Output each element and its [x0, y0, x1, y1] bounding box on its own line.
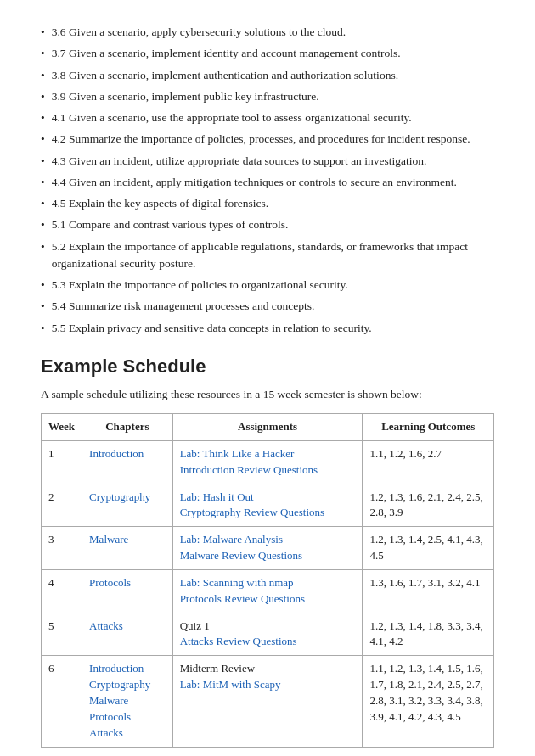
cell-assignments: Midterm ReviewLab: MitM with Scapy: [172, 656, 363, 747]
cell-chapters: Introduction: [82, 440, 173, 484]
col-header-week: Week: [42, 414, 82, 441]
cell-outcomes: 1.1, 1.2, 1.3, 1.4, 1.5, 1.6, 1.7, 1.8, …: [363, 656, 494, 747]
chapter-link[interactable]: Malware: [89, 533, 128, 546]
bullet-item: 4.3 Given an incident, utilize appropria…: [41, 153, 494, 170]
cell-assignments: Lab: Malware AnalysisMalware Review Ques…: [172, 527, 363, 570]
cell-outcomes: 1.2, 1.3, 1.4, 2.5, 4.1, 4.3, 4.5: [363, 527, 494, 570]
bullet-item: 4.5 Explain the key aspects of digital f…: [41, 195, 494, 212]
bullet-item: 3.8 Given a scenario, implement authenti…: [41, 67, 494, 84]
bullet-item: 3.7 Given a scenario, implement identity…: [41, 45, 494, 62]
bullet-item: 3.9 Given a scenario, implement public k…: [41, 88, 494, 105]
cell-chapters: IntroductionCryptographyMalwareProtocols…: [82, 656, 173, 747]
table-row: 2CryptographyLab: Hash it OutCryptograph…: [42, 484, 494, 527]
assignment-link[interactable]: Protocols Review Questions: [180, 592, 305, 605]
cell-chapters: Malware: [82, 527, 173, 570]
schedule-table: Week Chapters Assignments Learning Outco…: [41, 413, 494, 748]
bullet-item: 4.1 Given a scenario, use the appropriat…: [41, 109, 494, 126]
cell-outcomes: 1.1, 1.2, 1.6, 2.7: [363, 440, 494, 484]
table-row: 5AttacksQuiz 1Attacks Review Questions1.…: [42, 613, 494, 656]
cell-week: 1: [42, 440, 82, 484]
cell-week: 2: [42, 484, 82, 527]
col-header-outcomes: Learning Outcomes: [363, 414, 494, 441]
table-row: 4ProtocolsLab: Scanning with nmapProtoco…: [42, 569, 494, 613]
chapter-link[interactable]: Introduction: [89, 447, 144, 460]
bullet-item: 5.2 Explain the importance of applicable…: [41, 238, 494, 273]
cell-outcomes: 1.3, 1.6, 1.7, 3.1, 3.2, 4.1: [363, 569, 494, 613]
chapter-link[interactable]: Malware: [89, 694, 128, 707]
chapter-link[interactable]: Protocols: [89, 710, 131, 723]
assignment-link[interactable]: Lab: Malware Analysis: [180, 533, 283, 546]
bullet-item: 4.4 Given an incident, apply mitigation …: [41, 174, 494, 191]
table-row: 6IntroductionCryptographyMalwareProtocol…: [42, 656, 494, 747]
cell-week: 4: [42, 569, 82, 613]
schedule-intro: A sample schedule utilizing these resour…: [41, 386, 494, 403]
cell-assignments: Lab: Scanning with nmapProtocols Review …: [172, 569, 363, 613]
assignment-text: Midterm Review: [180, 662, 255, 675]
cell-outcomes: 1.2, 1.3, 1.6, 2.1, 2.4, 2.5, 2.8, 3.9: [363, 484, 494, 527]
cell-chapters: Protocols: [82, 569, 173, 613]
assignment-link[interactable]: Lab: MitM with Scapy: [180, 678, 281, 691]
cell-week: 5: [42, 613, 82, 656]
cell-week: 3: [42, 527, 82, 570]
bullet-item: 3.6 Given a scenario, apply cybersecurit…: [41, 24, 494, 41]
bullet-item: 5.1 Compare and contrast various types o…: [41, 216, 494, 233]
cell-chapters: Attacks: [82, 613, 173, 656]
bullet-item: 5.3 Explain the importance of policies t…: [41, 277, 494, 294]
bullet-item: 5.4 Summarize risk management processes …: [41, 298, 494, 315]
bullet-item: 5.5 Explain privacy and sensitive data c…: [41, 320, 494, 337]
table-row: 3MalwareLab: Malware AnalysisMalware Rev…: [42, 527, 494, 570]
bullet-list: 3.6 Given a scenario, apply cybersecurit…: [41, 24, 494, 337]
cell-assignments: Lab: Think Like a HackerIntroduction Rev…: [172, 440, 363, 484]
table-row: 1IntroductionLab: Think Like a HackerInt…: [42, 440, 494, 484]
col-header-chapters: Chapters: [82, 414, 173, 441]
assignment-link[interactable]: Lab: Scanning with nmap: [180, 576, 294, 589]
col-header-assignments: Assignments: [172, 414, 363, 441]
assignment-link[interactable]: Introduction Review Questions: [180, 463, 318, 476]
assignment-link[interactable]: Lab: Hash it Out: [180, 490, 254, 503]
assignment-link[interactable]: Lab: Think Like a Hacker: [180, 447, 295, 460]
cell-chapters: Cryptography: [82, 484, 173, 527]
assignment-link[interactable]: Malware Review Questions: [180, 549, 302, 562]
section-title: Example Schedule: [41, 356, 494, 378]
cell-assignments: Lab: Hash it OutCryptography Review Ques…: [172, 484, 363, 527]
chapter-link[interactable]: Cryptography: [89, 490, 150, 503]
assignment-text: Quiz 1: [180, 619, 210, 632]
bullet-item: 4.2 Summarize the importance of policies…: [41, 131, 494, 148]
cell-assignments: Quiz 1Attacks Review Questions: [172, 613, 363, 656]
chapter-link[interactable]: Protocols: [89, 576, 131, 589]
chapter-link[interactable]: Attacks: [89, 726, 123, 739]
chapter-link[interactable]: Cryptography: [89, 678, 150, 691]
chapter-link[interactable]: Introduction: [89, 662, 144, 675]
assignment-link[interactable]: Cryptography Review Questions: [180, 506, 324, 518]
cell-week: 6: [42, 656, 82, 747]
assignment-link[interactable]: Attacks Review Questions: [180, 635, 297, 647]
cell-outcomes: 1.2, 1.3, 1.4, 1.8, 3.3, 3.4, 4.1, 4.2: [363, 613, 494, 656]
chapter-link[interactable]: Attacks: [89, 619, 123, 632]
